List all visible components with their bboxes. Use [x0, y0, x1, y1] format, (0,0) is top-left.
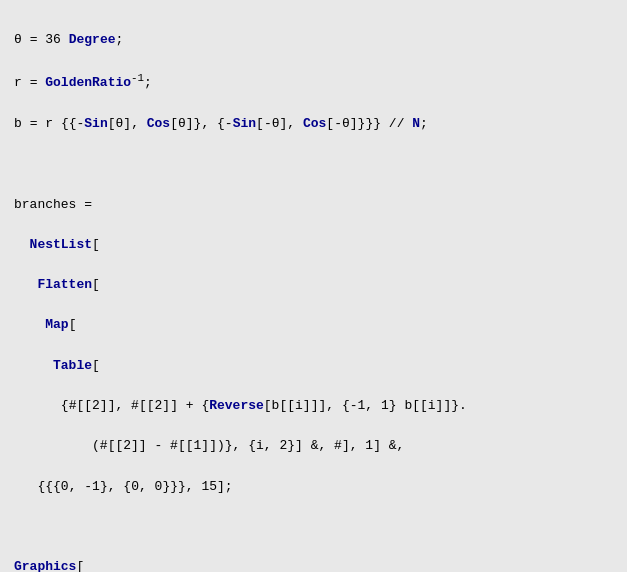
line-6: NestList[ — [14, 235, 613, 255]
line-10: {#[[2]], #[[2]] + {Reverse[b[[i]]], {-1,… — [14, 396, 613, 416]
line-11: (#[[2]] - #[[1]])}, {i, 2}] &, #], 1] &, — [14, 436, 613, 456]
line-14: Graphics[ — [14, 557, 613, 572]
line-2: r = GoldenRatio-1; — [14, 70, 613, 93]
code-container: θ = 36 Degree; r = GoldenRatio-1; b = r … — [14, 10, 613, 572]
line-7: Flatten[ — [14, 275, 613, 295]
line-8: Map[ — [14, 315, 613, 335]
line-13 — [14, 517, 613, 537]
line-1: θ = 36 Degree; — [14, 30, 613, 50]
line-9: Table[ — [14, 356, 613, 376]
line-3: b = r {{-Sin[θ], Cos[θ]}, {-Sin[-θ], Cos… — [14, 114, 613, 134]
line-4 — [14, 154, 613, 174]
line-5: branches = — [14, 195, 613, 215]
line-12: {{{0, -1}, {0, 0}}}, 15]; — [14, 477, 613, 497]
